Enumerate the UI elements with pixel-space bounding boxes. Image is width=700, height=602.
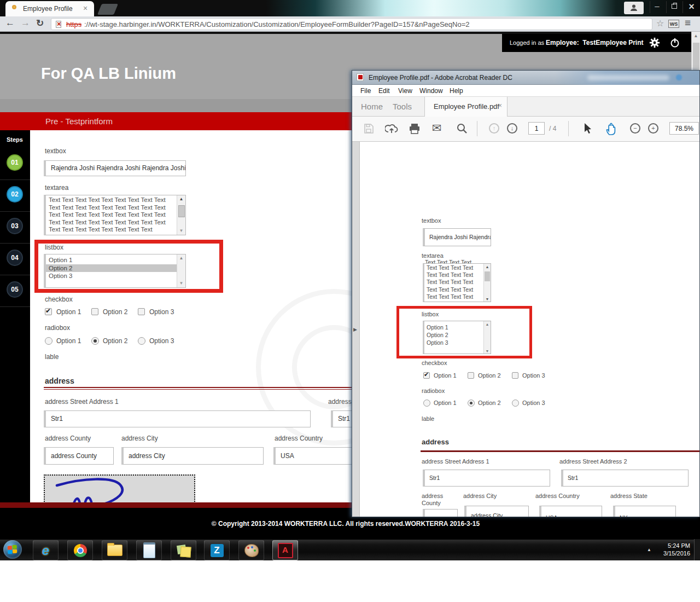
email-icon[interactable]: ✉: [432, 121, 442, 135]
taskbar-ie[interactable]: e: [33, 540, 59, 560]
flag-quad: [8, 546, 12, 549]
page-number-input[interactable]: 1: [528, 122, 545, 135]
radio-option2[interactable]: [91, 337, 99, 345]
zoom-out-icon[interactable]: −: [630, 123, 640, 134]
county-field[interactable]: address County: [44, 447, 114, 465]
bookmark-star-icon[interactable]: ☆: [656, 18, 664, 28]
taskbar-notepad[interactable]: [136, 540, 162, 560]
menu-view[interactable]: View: [398, 87, 412, 95]
radio-option3[interactable]: [138, 337, 145, 345]
tab-tools[interactable]: Tools: [393, 102, 412, 111]
search-icon[interactable]: [456, 123, 468, 136]
login-user: Employee: TestEmployee Print: [546, 39, 644, 47]
textarea-scrollbar[interactable]: ▲ ▼: [177, 195, 185, 235]
country-field[interactable]: USA: [273, 447, 360, 465]
pdf-checkbox-option1[interactable]: ✔: [423, 372, 430, 379]
reload-button[interactable]: ↻: [36, 18, 44, 29]
dropdown-icon[interactable]: ▼: [595, 511, 599, 517]
pdf-checkbox-option3[interactable]: [512, 372, 518, 379]
step-02[interactable]: 02: [7, 186, 23, 202]
chrome-menu-icon[interactable]: ≡: [685, 17, 691, 29]
acrobat-titlebar[interactable]: Employee Profile.pdf - Adobe Acrobat Rea…: [352, 71, 700, 85]
pdf-county-field[interactable]: [423, 509, 458, 517]
page-up-icon[interactable]: ↑: [489, 123, 499, 134]
taskbar-z-app[interactable]: Z: [204, 540, 230, 560]
zoom-in-icon[interactable]: +: [648, 123, 658, 134]
select-cursor-icon[interactable]: [583, 123, 593, 137]
pdf-radio-option2[interactable]: [468, 400, 475, 407]
scroll-thumb[interactable]: [485, 271, 490, 281]
scroll-thumb[interactable]: [178, 205, 185, 217]
tab-close-icon[interactable]: ×: [83, 4, 88, 13]
step-05[interactable]: 05: [7, 281, 23, 298]
login-prefix: Logged in as: [510, 39, 544, 46]
url-bar[interactable]: × https ://wt-stage.harbinger.in/WORKTER…: [51, 18, 652, 30]
pdf-textarea-field[interactable]: Text Text Text Text Text Text Text Text …: [423, 263, 491, 302]
bottom-margin: [0, 560, 700, 602]
power-icon[interactable]: [669, 37, 680, 50]
upload-cloud-icon[interactable]: [385, 122, 398, 137]
start-button[interactable]: [3, 540, 22, 559]
checkbox-option1[interactable]: ✔: [45, 308, 52, 315]
pdf-checkbox-option2[interactable]: [468, 372, 474, 379]
pdf-city-field[interactable]: address City: [464, 506, 529, 517]
step-04[interactable]: 04: [7, 250, 23, 266]
textarea-field[interactable]: Text Text Text Text Text Text Text Text …: [44, 195, 186, 235]
scrollbar-up-icon[interactable]: ▲: [692, 32, 700, 40]
tray-up-icon[interactable]: ▲: [647, 547, 651, 552]
window-minimize-button[interactable]: –: [650, 1, 664, 13]
zoom-level-box[interactable]: 78.5%: [669, 122, 699, 135]
taskbar-acrobat[interactable]: A: [272, 540, 298, 560]
menu-help[interactable]: Help: [450, 87, 463, 95]
pdf-state-field[interactable]: NY ▼: [613, 506, 676, 517]
checkbox-option2[interactable]: [91, 308, 98, 315]
step-separator: [0, 243, 30, 244]
scroll-up-icon[interactable]: ▲: [484, 264, 491, 270]
back-button[interactable]: ←: [5, 18, 15, 28]
street1-field[interactable]: Str1: [44, 410, 311, 427]
taskbar-stickynotes[interactable]: [171, 540, 196, 560]
radio-option1[interactable]: [45, 337, 52, 345]
pdf-textbox-field[interactable]: Rajendra Joshi Rajendra: [423, 228, 491, 246]
pdf-textarea-scrollbar[interactable]: ▲ ▼: [483, 264, 491, 302]
window-restore-button[interactable]: [666, 1, 681, 13]
save-icon[interactable]: [363, 123, 374, 136]
url-text: ://wt-stage.harbinger.in/WORKTERRA/Custo…: [84, 20, 470, 28]
menu-edit[interactable]: Edit: [378, 87, 390, 95]
pdf-street1-field[interactable]: Str1: [423, 470, 550, 487]
step-03[interactable]: 03: [7, 218, 23, 234]
pdf-country-field[interactable]: USA ▼: [539, 506, 602, 517]
pdf-street2-field[interactable]: Str1: [561, 470, 689, 487]
dropdown-icon[interactable]: ▼: [669, 511, 673, 517]
tab-document[interactable]: Employee Profile.pdf ×: [424, 97, 508, 117]
checkbox-option3[interactable]: [138, 308, 145, 315]
show-desktop-button[interactable]: [694, 539, 700, 560]
pdf-radio-option3[interactable]: [512, 400, 519, 407]
scroll-down-icon[interactable]: ▼: [177, 227, 185, 235]
city-field[interactable]: address City: [121, 447, 264, 465]
hand-tool-icon[interactable]: [605, 121, 618, 138]
taskbar-chrome[interactable]: [67, 540, 93, 560]
menu-window[interactable]: Window: [419, 87, 443, 95]
profile-button[interactable]: [624, 2, 644, 14]
pdf-radio-option1[interactable]: [423, 400, 430, 407]
textbox-field[interactable]: Rajendra Joshi Rajendra Joshi Rajendra J…: [44, 160, 186, 176]
page-down-icon[interactable]: ↓: [507, 123, 517, 134]
window-close-button[interactable]: ×: [682, 1, 700, 13]
taskbar-paint[interactable]: [238, 540, 264, 560]
tab-document-close-icon[interactable]: ×: [498, 102, 502, 109]
print-icon[interactable]: [409, 123, 421, 137]
pdf-country-label: address Country: [535, 493, 580, 499]
sidebar-expand-icon[interactable]: ▶: [353, 327, 357, 332]
signature-pad[interactable]: [44, 474, 195, 506]
step-01[interactable]: 01: [7, 154, 23, 171]
ws-extension-badge[interactable]: WS: [668, 20, 679, 28]
forward-button[interactable]: →: [21, 18, 30, 28]
scroll-down-icon[interactable]: ▼: [484, 297, 491, 301]
gear-icon[interactable]: [649, 37, 661, 51]
tray-clock[interactable]: 5:24 PM 3/15/2016: [655, 542, 690, 558]
scroll-up-icon[interactable]: ▲: [177, 195, 185, 203]
taskbar-explorer[interactable]: [102, 540, 127, 560]
tab-home[interactable]: Home: [361, 102, 383, 111]
menu-file[interactable]: File: [360, 87, 371, 95]
